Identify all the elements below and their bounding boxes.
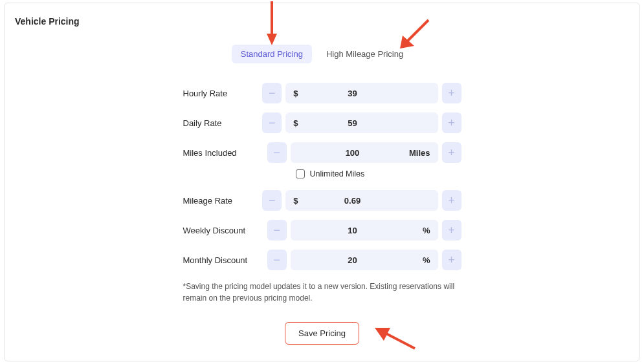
row-unlimited-miles: Unlimited Miles xyxy=(296,169,461,178)
miles-included-increment[interactable]: + xyxy=(442,142,461,163)
tab-standard-pricing[interactable]: Standard Pricing xyxy=(232,45,312,63)
daily-rate-input-wrap: $ xyxy=(285,112,438,133)
mileage-rate-increment[interactable]: + xyxy=(442,190,461,211)
vehicle-pricing-panel: Vehicle Pricing Standard Pricing High Mi… xyxy=(4,3,640,361)
daily-rate-input[interactable] xyxy=(298,118,407,128)
daily-rate-decrement[interactable]: − xyxy=(262,112,282,133)
mileage-rate-decrement[interactable]: − xyxy=(262,190,282,211)
daily-rate-prefix: $ xyxy=(293,118,298,128)
mileage-rate-prefix: $ xyxy=(293,196,298,206)
row-hourly-rate: Hourly Rate − $ + xyxy=(183,83,461,103)
monthly-discount-decrement[interactable]: − xyxy=(267,250,287,270)
row-mileage-rate: Mileage Rate − $ + xyxy=(183,190,461,211)
label-monthly-discount: Monthly Discount xyxy=(183,255,267,265)
weekly-discount-input[interactable] xyxy=(298,226,407,235)
monthly-discount-increment[interactable]: + xyxy=(442,250,461,270)
hourly-rate-increment[interactable]: + xyxy=(442,83,461,103)
svg-marker-1 xyxy=(267,34,277,45)
tab-high-mileage-pricing[interactable]: High Mileage Pricing xyxy=(317,45,412,63)
hourly-rate-prefix: $ xyxy=(293,89,298,98)
miles-included-input-wrap: Miles xyxy=(291,142,438,163)
row-monthly-discount: Monthly Discount − % + xyxy=(183,250,461,270)
pricing-form: Hourly Rate − $ + Daily Rate − $ xyxy=(183,83,461,345)
monthly-discount-input[interactable] xyxy=(298,255,407,265)
label-miles-included: Miles Included xyxy=(183,148,267,158)
pricing-note: *Saving the pricing model updates it to … xyxy=(183,281,461,304)
mileage-rate-input-wrap: $ xyxy=(285,190,438,211)
weekly-discount-suffix: % xyxy=(407,226,430,235)
mileage-rate-input[interactable] xyxy=(298,196,407,206)
save-pricing-button[interactable]: Save Pricing xyxy=(285,322,359,345)
weekly-discount-increment[interactable]: + xyxy=(442,220,461,241)
monthly-discount-input-wrap: % xyxy=(291,250,438,270)
weekly-discount-input-wrap: % xyxy=(291,220,438,241)
row-daily-rate: Daily Rate − $ + xyxy=(183,112,461,133)
hourly-rate-decrement[interactable]: − xyxy=(262,83,282,103)
miles-included-suffix: Miles xyxy=(407,148,430,158)
label-weekly-discount: Weekly Discount xyxy=(183,226,267,235)
hourly-rate-input-wrap: $ xyxy=(285,83,438,103)
weekly-discount-decrement[interactable]: − xyxy=(267,220,287,241)
miles-included-decrement[interactable]: − xyxy=(267,142,287,163)
hourly-rate-input[interactable] xyxy=(298,89,407,98)
unlimited-miles-checkbox[interactable] xyxy=(296,169,305,178)
label-mileage-rate: Mileage Rate xyxy=(183,196,263,206)
label-unlimited-miles: Unlimited Miles xyxy=(310,169,365,178)
row-miles-included: Miles Included − Miles + xyxy=(183,142,461,163)
monthly-discount-suffix: % xyxy=(407,255,430,265)
miles-included-input[interactable] xyxy=(298,148,407,158)
label-daily-rate: Daily Rate xyxy=(183,118,263,128)
row-weekly-discount: Weekly Discount − % + xyxy=(183,220,461,241)
daily-rate-increment[interactable]: + xyxy=(442,112,461,133)
section-title: Vehicle Pricing xyxy=(15,16,629,27)
label-hourly-rate: Hourly Rate xyxy=(183,89,263,98)
pricing-tabs: Standard Pricing High Mileage Pricing xyxy=(15,45,629,63)
